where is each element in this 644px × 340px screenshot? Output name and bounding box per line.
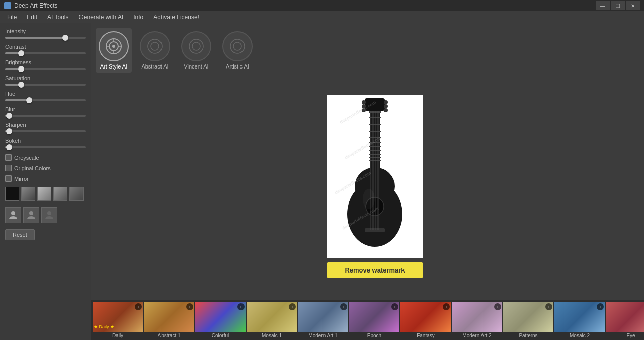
title-bar: Deep Art Effects — ❐ ✕ (0, 0, 644, 11)
tab-abstract-ai[interactable]: Abstract AI (137, 28, 173, 73)
thumb-modern-art2-label: Modern Art 2 (462, 333, 491, 338)
title-bar-controls: — ❐ ✕ (596, 1, 640, 10)
art-style-ai-icon (99, 31, 129, 61)
thumb-abstract1[interactable]: i Abstract 1 (144, 302, 194, 338)
thumb-colorful-info[interactable]: i (237, 303, 245, 310)
hue-track[interactable] (5, 99, 86, 101)
sharpen-group: Sharpen (5, 122, 86, 133)
thumb-mosaic1[interactable]: i Mosaic 1 (247, 302, 297, 338)
brightness-track[interactable] (5, 68, 86, 70)
svg-point-11 (151, 42, 159, 50)
abstract-ai-icon (140, 31, 170, 61)
bokeh-label: Bokeh (5, 138, 86, 144)
svg-point-20 (384, 100, 388, 104)
tab-artistic-ai[interactable]: Artistic AI (219, 28, 256, 73)
mirror-label: Mirror (14, 176, 29, 182)
hue-label: Hue (5, 91, 86, 97)
svg-rect-24 (369, 111, 381, 113)
thumb-modern-art1[interactable]: i Modern Art 1 (298, 302, 348, 338)
preset-dark-grey[interactable] (21, 187, 35, 201)
thumb-fantasy[interactable]: i Fantasy (400, 302, 451, 338)
original-colors-row[interactable]: Original Colors (5, 165, 86, 171)
svg-rect-39 (365, 228, 385, 232)
menu-info[interactable]: Info (128, 13, 148, 22)
saturation-track[interactable] (5, 84, 86, 86)
thumb-daily-info[interactable]: i (135, 303, 142, 310)
canvas-container: deeparteffects.com deeparteffects.com de… (96, 78, 644, 295)
thumb-mosaic1-label: Mosaic 1 (262, 333, 282, 338)
svg-point-22 (362, 108, 366, 112)
svg-point-19 (362, 104, 366, 108)
original-colors-checkbox[interactable] (5, 165, 12, 171)
svg-rect-25 (369, 117, 381, 118)
thumb-mosaic2[interactable]: i Mosaic 2 (554, 302, 605, 338)
blur-label: Blur (5, 106, 86, 112)
menu-file[interactable]: File (2, 13, 22, 22)
reset-button[interactable]: Reset (5, 229, 35, 240)
avatar-3[interactable] (41, 207, 57, 223)
title-bar-left: Deep Art Effects (4, 2, 58, 9)
tab-vincent-ai[interactable]: Vincent AI (178, 28, 214, 73)
avatar-2[interactable] (23, 207, 39, 223)
sharpen-track[interactable] (5, 130, 86, 132)
tab-art-style-ai[interactable]: Art Style AI (96, 28, 132, 73)
intensity-track[interactable] (5, 37, 86, 39)
thumb-eye[interactable]: i Eye (606, 302, 644, 338)
thumb-colorful-label: Colorful (212, 333, 229, 338)
thumb-fantasy-info[interactable]: i (443, 303, 450, 310)
thumb-fantasy-label: Fantasy (417, 333, 435, 338)
minimize-button[interactable]: — (596, 1, 610, 10)
menu-edit[interactable]: Edit (22, 13, 42, 22)
preset-mid-grey[interactable] (53, 187, 67, 201)
thumb-mosaic2-info[interactable]: i (597, 303, 604, 310)
svg-point-18 (362, 100, 366, 104)
thumb-modern-art1-info[interactable]: i (340, 303, 347, 310)
thumb-epoch[interactable]: i Epoch (349, 302, 399, 338)
svg-point-0 (11, 211, 15, 215)
contrast-track[interactable] (5, 52, 86, 54)
mirror-checkbox[interactable] (5, 175, 12, 182)
svg-point-23 (384, 108, 388, 112)
mirror-row[interactable]: Mirror (5, 175, 86, 182)
greyscale-row[interactable]: Greyscale (5, 154, 86, 161)
bokeh-track[interactable] (5, 146, 86, 148)
ai-tabs: Art Style AI Abstract AI (96, 28, 644, 73)
greyscale-checkbox[interactable] (5, 154, 12, 161)
thumb-daily-label: Daily (112, 333, 123, 338)
menu-ai-tools[interactable]: AI Tools (42, 13, 73, 22)
preset-black[interactable] (5, 187, 19, 201)
svg-rect-28 (369, 137, 381, 138)
restore-button[interactable]: ❐ (611, 1, 625, 10)
svg-point-46 (363, 189, 375, 209)
svg-rect-26 (369, 124, 381, 125)
preset-grey[interactable] (37, 187, 51, 201)
close-button[interactable]: ✕ (626, 1, 640, 10)
svg-point-10 (148, 39, 162, 53)
thumb-daily-star: ★ Daily ★ (94, 324, 114, 329)
thumb-epoch-info[interactable]: i (391, 303, 398, 310)
svg-rect-31 (369, 150, 381, 151)
avatar-1[interactable] (5, 207, 21, 223)
menu-activate[interactable]: Activate License! (148, 13, 204, 22)
artistic-ai-icon (222, 31, 253, 61)
thumb-modern-art2[interactable]: i Modern Art 2 (452, 302, 502, 338)
thumb-daily[interactable]: i ★ Daily ★ Daily (93, 302, 143, 338)
intensity-group: Intensity (5, 28, 86, 40)
thumb-patterns[interactable]: i Patterns (503, 302, 553, 338)
svg-point-15 (233, 42, 242, 50)
thumb-colorful[interactable]: i Colorful (195, 302, 246, 338)
contrast-group: Contrast (5, 44, 86, 55)
thumb-abstract1-info[interactable]: i (186, 303, 193, 310)
svg-rect-29 (369, 142, 381, 143)
menu-generate[interactable]: Generate with AI (74, 13, 129, 22)
thumb-patterns-info[interactable]: i (545, 303, 552, 310)
thumb-modern-art2-info[interactable]: i (494, 303, 501, 310)
vincent-ai-icon (181, 31, 211, 61)
color-presets (5, 187, 86, 201)
original-colors-label: Original Colors (14, 165, 51, 171)
preset-dark[interactable] (69, 187, 84, 201)
remove-watermark-button[interactable]: Remove watermark (327, 262, 423, 278)
blur-track[interactable] (5, 115, 86, 117)
thumb-mosaic1-info[interactable]: i (289, 303, 296, 310)
image-frame: deeparteffects.com deeparteffects.com de… (327, 95, 423, 278)
